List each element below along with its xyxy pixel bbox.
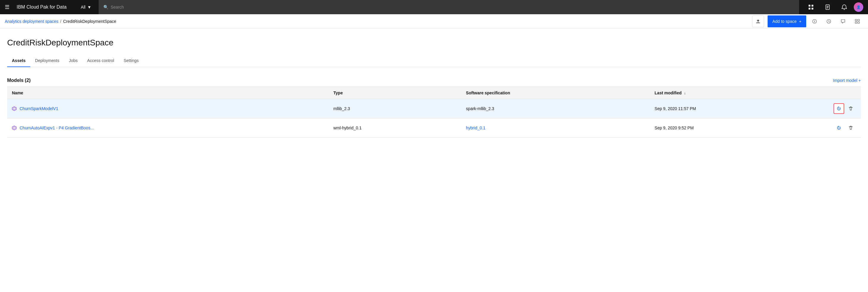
user-avatar[interactable]: 👤: [854, 2, 863, 12]
document-icon: [825, 4, 831, 10]
top-navigation: ☰ IBM Cloud Pak for Data All ▼ 🔍 Search: [0, 0, 868, 14]
info-icon: [812, 19, 817, 24]
models-section-header: Models (2) Import model +: [7, 74, 861, 87]
page-tabs: Assets Deployments Jobs Access control S…: [7, 55, 861, 67]
delete-button[interactable]: [845, 123, 856, 133]
model-icon: [12, 126, 17, 130]
svg-rect-0: [809, 5, 810, 6]
deploy-button[interactable]: [834, 123, 844, 133]
model-name-link[interactable]: ChurnAutoAIExpv1 - P4 GradientBoos...: [20, 126, 94, 130]
chat-icon-button[interactable]: [837, 15, 849, 27]
svg-marker-21: [13, 127, 16, 129]
deploy-icon: [837, 106, 841, 111]
view-toggle-icon-button[interactable]: [851, 15, 863, 27]
search-placeholder: Search: [111, 5, 124, 9]
svg-point-11: [814, 20, 815, 21]
cell-last-modified: Sep 9, 2020 9:52 PM: [650, 119, 829, 138]
row-actions: [834, 123, 856, 133]
models-section: Models (2) Import model + Name Type Soft…: [7, 74, 861, 138]
delete-button[interactable]: [845, 103, 856, 114]
table-body: ChurnSparkModelV1 mllib_2.3 spark-mllib_…: [7, 99, 861, 138]
table-header: Name Type Software specification Last mo…: [7, 87, 861, 99]
import-model-link[interactable]: Import model +: [833, 78, 861, 83]
name-cell-content: ChurnAutoAIExpv1 - P4 GradientBoos...: [12, 126, 324, 130]
cell-last-modified: Sep 9, 2020 11:57 PM: [650, 99, 829, 119]
chat-icon: [841, 19, 845, 24]
sub-header: Analytics deployment spaces / CreditRisk…: [0, 14, 868, 29]
cell-software-spec: spark-mllib_2.3: [461, 99, 650, 119]
document-icon-button[interactable]: [820, 0, 835, 14]
add-to-space-label: Add to space: [772, 19, 797, 24]
tab-jobs[interactable]: Jobs: [64, 55, 83, 67]
table-row: ChurnAutoAIExpv1 - P4 GradientBoos... wm…: [7, 119, 861, 138]
view-toggle-icon: [855, 19, 860, 24]
breadcrumb-separator: /: [60, 19, 61, 24]
sort-icon: ↓: [684, 91, 686, 95]
svg-rect-15: [855, 22, 857, 24]
cell-type: wml-hybrid_0.1: [329, 119, 461, 138]
info-icon-button[interactable]: [809, 15, 820, 27]
cell-actions: [829, 119, 861, 138]
svg-marker-17: [12, 106, 16, 111]
add-to-space-plus-icon: +: [799, 19, 802, 24]
trash-icon: [848, 106, 853, 111]
import-model-label: Import model: [833, 78, 857, 83]
tab-access-control[interactable]: Access control: [82, 55, 119, 67]
svg-point-22: [839, 128, 839, 129]
column-software-spec: Software specification: [461, 87, 650, 99]
row-actions: [834, 103, 856, 114]
svg-rect-2: [809, 8, 810, 9]
deploy-button[interactable]: [834, 103, 844, 114]
sub-header-actions: Add to space +: [752, 15, 863, 27]
history-icon-button[interactable]: [823, 15, 835, 27]
svg-rect-14: [858, 19, 860, 21]
cell-name: ChurnSparkModelV1: [7, 99, 329, 119]
tab-settings[interactable]: Settings: [119, 55, 144, 67]
deploy-icon: [837, 126, 841, 130]
svg-rect-16: [858, 22, 860, 24]
svg-rect-3: [811, 8, 813, 9]
global-search-bar[interactable]: 🔍 Search: [99, 0, 799, 14]
notifications-icon-button[interactable]: [837, 0, 851, 14]
breadcrumb-analytics-link[interactable]: Analytics deployment spaces: [5, 19, 59, 24]
column-type: Type: [329, 87, 461, 99]
table-row: ChurnSparkModelV1 mllib_2.3 spark-mllib_…: [7, 99, 861, 119]
menu-icon[interactable]: ☰: [5, 4, 9, 10]
column-last-modified[interactable]: Last modified ↓: [650, 87, 829, 99]
model-name-link[interactable]: ChurnSparkModelV1: [20, 106, 58, 111]
models-section-title: Models (2): [7, 78, 31, 83]
top-nav-right-actions: 👤: [804, 0, 863, 14]
page-title: CreditRiskDeploymentSpace: [7, 38, 861, 47]
column-actions: [829, 87, 861, 99]
apps-icon-button[interactable]: [804, 0, 818, 14]
breadcrumb: Analytics deployment spaces / CreditRisk…: [5, 19, 750, 24]
cell-software-spec: hybrid_0.1: [461, 119, 650, 138]
page-content: CreditRiskDeploymentSpace Assets Deploym…: [0, 29, 868, 145]
tab-deployments[interactable]: Deployments: [30, 55, 64, 67]
search-icon: 🔍: [103, 5, 108, 9]
upload-button[interactable]: [752, 15, 764, 27]
import-model-plus-icon: +: [859, 78, 861, 83]
global-search-dropdown[interactable]: All ▼: [79, 0, 94, 14]
table-header-row: Name Type Software specification Last mo…: [7, 87, 861, 99]
svg-marker-20: [12, 126, 16, 130]
name-cell-content: ChurnSparkModelV1: [12, 106, 324, 111]
upload-icon: [756, 19, 761, 24]
cell-name: ChurnAutoAIExpv1 - P4 GradientBoos...: [7, 119, 329, 138]
software-spec-link[interactable]: hybrid_0.1: [466, 126, 486, 130]
apps-icon: [808, 4, 814, 10]
svg-rect-1: [811, 5, 813, 6]
svg-marker-18: [13, 107, 16, 110]
add-to-space-button[interactable]: Add to space +: [768, 15, 806, 27]
models-table: Name Type Software specification Last mo…: [7, 87, 861, 138]
tab-assets[interactable]: Assets: [7, 55, 30, 67]
trash-icon: [848, 126, 853, 130]
column-name: Name: [7, 87, 329, 99]
history-icon: [827, 19, 831, 24]
cell-actions: [829, 99, 861, 119]
app-title: IBM Cloud Pak for Data: [17, 4, 66, 10]
notifications-icon: [841, 4, 847, 10]
breadcrumb-current-page: CreditRiskDeploymentSpace: [63, 19, 116, 24]
svg-rect-13: [855, 19, 857, 21]
avatar-initials: 👤: [857, 5, 861, 9]
